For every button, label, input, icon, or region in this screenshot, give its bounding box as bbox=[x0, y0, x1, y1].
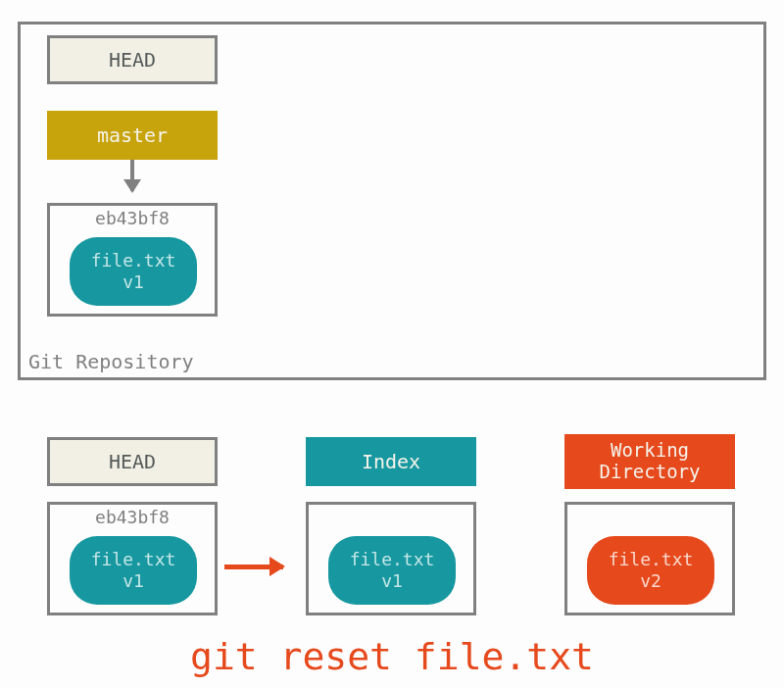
area-index-label: Index bbox=[362, 451, 420, 473]
area-head-file: file.txtv1 bbox=[91, 549, 176, 591]
git-repository-label: Git Repository bbox=[28, 350, 194, 373]
area-head-label: HEAD bbox=[109, 451, 156, 473]
area-index-file: file.txtv1 bbox=[350, 549, 435, 591]
repo-branch-box: master bbox=[47, 111, 218, 160]
area-wd-container: file.txtv2 bbox=[564, 502, 735, 615]
area-head-commit-box: eb43bf8 file.txtv1 bbox=[47, 502, 218, 615]
area-index-container: file.txtv1 bbox=[306, 502, 476, 615]
area-wd-file: file.txtv2 bbox=[609, 549, 694, 591]
area-wd-box: Working Directory bbox=[564, 434, 735, 489]
arrow-head-to-index bbox=[224, 565, 283, 569]
area-index-box: Index bbox=[306, 437, 476, 486]
repo-head-label: HEAD bbox=[109, 49, 156, 72]
area-index-blob: file.txtv1 bbox=[328, 536, 456, 605]
repo-branch-label: master bbox=[97, 124, 168, 147]
command-text: git reset file.txt bbox=[0, 635, 784, 678]
repo-commit-blob: file.txtv1 bbox=[70, 237, 197, 306]
area-head-blob: file.txtv1 bbox=[70, 536, 197, 605]
area-wd-blob: file.txtv2 bbox=[587, 536, 714, 605]
repo-commit-file: file.txtv1 bbox=[91, 250, 176, 292]
area-wd-label: Working Directory bbox=[600, 440, 701, 483]
area-head-box: HEAD bbox=[47, 437, 218, 486]
area-head-commit-hash: eb43bf8 bbox=[50, 507, 215, 527]
repo-head-box: HEAD bbox=[47, 35, 218, 84]
repo-commit-hash: eb43bf8 bbox=[50, 208, 215, 228]
repo-commit-box: eb43bf8 file.txtv1 bbox=[47, 203, 218, 317]
arrow-branch-to-commit bbox=[130, 160, 134, 191]
